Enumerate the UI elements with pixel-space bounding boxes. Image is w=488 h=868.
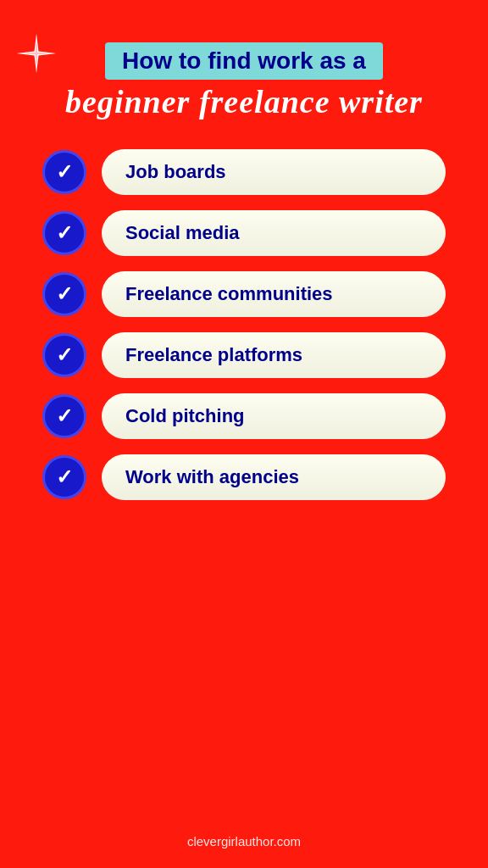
title-highlight-box: How to find work as a	[105, 42, 383, 80]
title-line1: How to find work as a	[122, 47, 366, 74]
check-icon-cold-pitching: ✓	[42, 394, 86, 438]
title-section: How to find work as a beginner freelance…	[42, 42, 446, 122]
label-work-with-agencies: Work with agencies	[125, 466, 299, 488]
label-freelance-platforms: Freelance platforms	[125, 344, 302, 366]
check-icon-job-boards: ✓	[42, 150, 86, 194]
label-social-media: Social media	[125, 222, 240, 244]
label-job-boards: Job boards	[125, 161, 226, 183]
website-url: clevergirlauthor.com	[187, 834, 301, 849]
svg-marker-1	[21, 38, 53, 70]
star-decoration	[15, 32, 58, 75]
checklist: ✓ Job boards ✓ Social media ✓ Freelance …	[42, 149, 446, 500]
check-icon-work-with-agencies: ✓	[42, 455, 86, 499]
list-item: ✓ Cold pitching	[42, 393, 446, 439]
list-item: ✓ Freelance communities	[42, 271, 446, 317]
pill-freelance-platforms: Freelance platforms	[102, 332, 446, 378]
pill-job-boards: Job boards	[102, 149, 446, 195]
pill-social-media: Social media	[102, 210, 446, 256]
footer: clevergirlauthor.com	[0, 834, 488, 849]
list-item: ✓ Work with agencies	[42, 454, 446, 500]
list-item: ✓ Social media	[42, 210, 446, 256]
pill-freelance-communities: Freelance communities	[102, 271, 446, 317]
list-item: ✓ Job boards	[42, 149, 446, 195]
check-icon-freelance-platforms: ✓	[42, 333, 86, 377]
page-container: How to find work as a beginner freelance…	[0, 0, 488, 868]
label-cold-pitching: Cold pitching	[125, 405, 245, 427]
list-item: ✓ Freelance platforms	[42, 332, 446, 378]
check-icon-social-media: ✓	[42, 211, 86, 255]
pill-work-with-agencies: Work with agencies	[102, 454, 446, 500]
check-icon-freelance-communities: ✓	[42, 272, 86, 316]
pill-cold-pitching: Cold pitching	[102, 393, 446, 439]
label-freelance-communities: Freelance communities	[125, 283, 333, 305]
title-line2: beginner freelance writer	[42, 83, 446, 122]
